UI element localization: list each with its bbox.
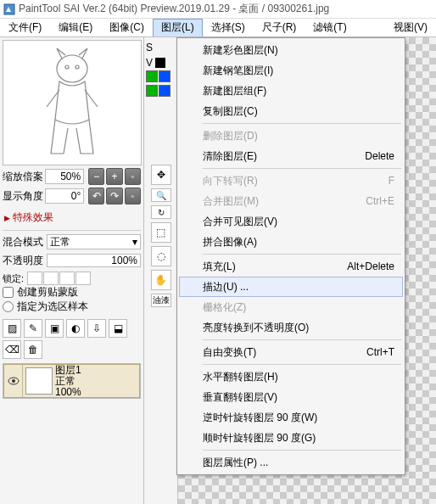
lock-all-toggle[interactable] bbox=[75, 272, 91, 285]
layer-menu-dropdown: 新建彩色图层(N)新建钢笔图层(I)新建图层组(F)复制图层(C)删除图层(D)… bbox=[176, 37, 405, 475]
titlebar: PaintTool SAI Ver.2 (64bit) Preview.2019… bbox=[0, 0, 436, 19]
app-icon bbox=[3, 3, 15, 15]
move-tool-icon[interactable]: ✥ bbox=[151, 165, 171, 185]
new-linework-icon[interactable]: ✎ bbox=[24, 319, 42, 338]
zoom-in-button[interactable]: + bbox=[106, 168, 122, 185]
swatch-blue-2[interactable] bbox=[159, 85, 170, 97]
navigator-thumbnail[interactable] bbox=[3, 40, 142, 165]
layer-list: 图层1 正常 100% bbox=[3, 363, 141, 399]
zoom-value[interactable]: 50% bbox=[45, 169, 84, 184]
swatch-blue[interactable] bbox=[159, 70, 170, 82]
layer-name: 图层1 bbox=[55, 365, 81, 376]
color-sidebar: S V ✥ 🔍 ↻ ⬚ ◌ ✋ 油漆 bbox=[144, 37, 178, 504]
menu-item[interactable]: 逆时针旋转图层 90 度(W) bbox=[179, 407, 403, 428]
menu-item[interactable]: 拼合图像(A) bbox=[179, 232, 403, 252]
menu-edit[interactable]: 编辑(E) bbox=[50, 19, 101, 36]
layer-mode: 正常 bbox=[55, 376, 81, 387]
mask-icon[interactable]: ◐ bbox=[66, 319, 85, 338]
left-panel: 缩放倍案 50% − + ◦ 显示角度 0° ↶ ↷ ◦ 特殊效果 混合模式 正… bbox=[0, 37, 144, 504]
lock-opacity-toggle[interactable] bbox=[27, 272, 42, 285]
new-layer-icon[interactable]: ▨ bbox=[3, 319, 21, 338]
menu-filter[interactable]: 滤镜(T) bbox=[305, 19, 355, 36]
menu-item[interactable]: 合并可见图层(V) bbox=[179, 211, 403, 232]
menu-select[interactable]: 选择(S) bbox=[203, 19, 254, 36]
delete-layer-icon[interactable]: 🗑 bbox=[24, 340, 42, 359]
selection-sample-label: 指定为选区样本 bbox=[17, 300, 88, 314]
menu-file[interactable]: 文件(F) bbox=[0, 19, 50, 36]
menu-item[interactable]: 复制图层(C) bbox=[179, 101, 403, 121]
menu-view[interactable]: 视图(V) bbox=[385, 19, 436, 36]
chevron-down-icon: ▾ bbox=[132, 236, 137, 248]
rotate-tool-icon[interactable]: ↻ bbox=[151, 205, 171, 219]
menu-item: 向下转写(R)F bbox=[179, 171, 403, 191]
angle-label: 显示角度 bbox=[3, 189, 45, 204]
layer-info: 图层1 正常 100% bbox=[55, 365, 81, 398]
layer-item[interactable]: 图层1 正常 100% bbox=[3, 364, 140, 398]
zoom-label: 缩放倍案 bbox=[3, 170, 45, 184]
opacity-slider[interactable]: 100% bbox=[47, 254, 141, 267]
visibility-toggle[interactable] bbox=[4, 365, 23, 397]
menu-item[interactable]: 图层属性(P) ... bbox=[179, 452, 403, 473]
svg-point-5 bbox=[12, 379, 15, 383]
menu-image[interactable]: 图像(C) bbox=[101, 19, 153, 36]
merge-icon[interactable]: ⬓ bbox=[109, 319, 127, 338]
menu-item: 栅格化(Z) bbox=[179, 297, 403, 317]
zoom-reset-button[interactable]: ◦ bbox=[125, 168, 141, 185]
layer-opacity: 100% bbox=[55, 387, 81, 398]
menu-item[interactable]: 描边(U) ... bbox=[179, 277, 403, 297]
s-label: S bbox=[146, 42, 153, 53]
menu-item[interactable]: 清除图层(E)Delete bbox=[179, 146, 403, 166]
rotate-cw-button[interactable]: ↷ bbox=[106, 188, 122, 204]
paint-tool-label[interactable]: 油漆 bbox=[151, 294, 171, 307]
lock-pixel-toggle[interactable] bbox=[43, 272, 59, 285]
menu-item[interactable]: 顺时针旋转图层 90 度(G) bbox=[179, 428, 403, 448]
menubar: 文件(F) 编辑(E) 图像(C) 图层(L) 选择(S) 尺子(R) 滤镜(T… bbox=[0, 19, 436, 37]
menu-item[interactable]: 新建彩色图层(N) bbox=[179, 40, 403, 60]
opacity-label: 不透明度 bbox=[3, 254, 47, 268]
rotate-ccw-button[interactable]: ↶ bbox=[88, 188, 104, 204]
blend-label: 混合模式 bbox=[3, 235, 47, 249]
angle-value[interactable]: 0° bbox=[45, 188, 84, 204]
lock-label: 锁定: bbox=[3, 272, 24, 285]
special-effects-toggle[interactable]: 特殊效果 bbox=[3, 209, 141, 227]
clipping-mask-checkbox[interactable] bbox=[3, 287, 14, 298]
angle-reset-button[interactable]: ◦ bbox=[125, 188, 141, 204]
menu-item[interactable]: 亮度转换到不透明度(O) bbox=[179, 317, 403, 338]
menu-item[interactable]: 自由变换(T)Ctrl+T bbox=[179, 342, 403, 362]
selection-sample-radio[interactable] bbox=[3, 301, 14, 312]
clipping-mask-label: 创建剪贴蒙版 bbox=[17, 285, 78, 300]
zoom-out-button[interactable]: − bbox=[88, 168, 104, 185]
menu-item: 删除图层(D) bbox=[179, 126, 403, 146]
menu-item[interactable]: 填充(L)Alt+Delete bbox=[179, 256, 403, 277]
swatch-green[interactable] bbox=[146, 70, 158, 82]
svg-point-2 bbox=[65, 65, 69, 69]
lock-position-toggle[interactable] bbox=[59, 272, 75, 285]
layer-thumbnail bbox=[25, 367, 53, 395]
menu-item: 合并图层(M)Ctrl+E bbox=[179, 191, 403, 211]
swatch-green-2[interactable] bbox=[146, 85, 158, 97]
menu-layer[interactable]: 图层(L) bbox=[153, 19, 203, 36]
hand-tool-icon[interactable]: ✋ bbox=[151, 270, 171, 290]
menu-item[interactable]: 水平翻转图层(H) bbox=[179, 367, 403, 387]
selection-tool-icon[interactable]: ⬚ bbox=[151, 222, 171, 243]
menu-item[interactable]: 新建图层组(F) bbox=[179, 81, 403, 101]
menu-ruler[interactable]: 尺子(R) bbox=[254, 19, 305, 36]
lasso-tool-icon[interactable]: ◌ bbox=[151, 246, 171, 266]
svg-point-1 bbox=[57, 55, 87, 82]
zoom-tool-icon[interactable]: 🔍 bbox=[151, 188, 171, 202]
clear-icon[interactable]: ⌫ bbox=[3, 340, 21, 359]
menu-item[interactable]: 垂直翻转图层(V) bbox=[179, 387, 403, 407]
svg-point-3 bbox=[75, 65, 79, 69]
blend-mode-select[interactable]: 正常▾ bbox=[47, 234, 141, 249]
menu-item[interactable]: 新建钢笔图层(I) bbox=[179, 60, 403, 81]
v-label: V bbox=[146, 57, 153, 69]
transfer-down-icon[interactable]: ⇩ bbox=[87, 319, 106, 338]
title-text: PaintTool SAI Ver.2 (64bit) Preview.2019… bbox=[19, 2, 329, 16]
new-group-icon[interactable]: ▣ bbox=[45, 319, 64, 338]
